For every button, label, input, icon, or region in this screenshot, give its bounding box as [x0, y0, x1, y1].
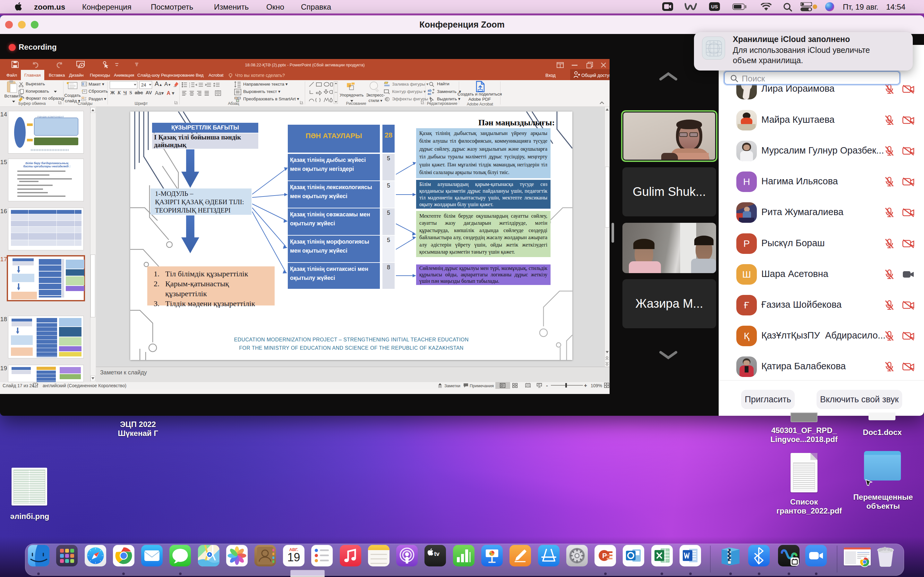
svg-text:P: P	[602, 552, 607, 560]
svg-text:ac: ac	[428, 92, 431, 95]
svg-text:tv: tv	[434, 550, 439, 557]
